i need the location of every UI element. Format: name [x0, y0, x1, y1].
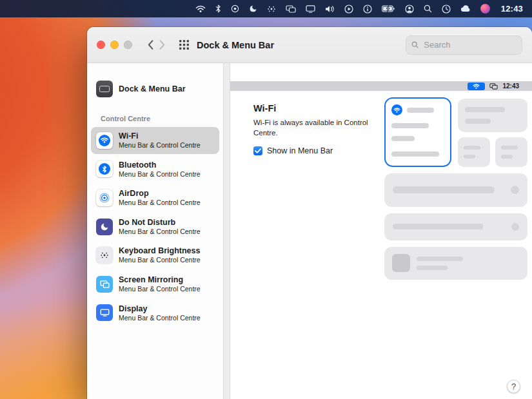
- sidebar-item-display[interactable]: Display Menu Bar & Control Centre: [91, 300, 219, 327]
- show-all-button[interactable]: [179, 40, 189, 50]
- preview-wifi-badge: [391, 104, 402, 115]
- system-preferences-window: Dock & Menu Bar Dock & Menu Bar Control …: [87, 27, 532, 399]
- menu-bar-preview: 12:43: [230, 81, 532, 91]
- clock-icon[interactable]: [442, 5, 451, 14]
- sidebar-item-label: Bluetooth: [119, 161, 201, 170]
- placeholder-bar: [417, 266, 448, 270]
- preview-clock: 12:43: [502, 83, 519, 90]
- search-icon: [411, 41, 419, 49]
- placeholder-bar: [391, 136, 415, 141]
- display-icon: [96, 304, 113, 321]
- placeholder-bar: [465, 107, 505, 112]
- placeholder-bar: [464, 155, 475, 159]
- placeholder-knob: [511, 223, 519, 231]
- placeholder-bar: [501, 155, 513, 159]
- sidebar: Dock & Menu Bar Control Centre Wi-Fi Men…: [87, 63, 223, 399]
- sidebar-item-screen-mirroring[interactable]: Screen Mirroring Menu Bar & Control Cent…: [91, 271, 219, 298]
- keyboard-brightness-icon[interactable]: [267, 6, 276, 12]
- sidebar-item-label: Display: [119, 304, 201, 314]
- search-input[interactable]: [422, 39, 517, 50]
- sidebar-item-label: Keyboard Brightness: [119, 246, 201, 256]
- placeholder-bar: [464, 146, 480, 150]
- placeholder-bar: [417, 257, 463, 261]
- detail-pane: 12:43 Wi-Fi Wi-Fi is always available in…: [230, 63, 532, 399]
- now-playing-icon[interactable]: [344, 5, 353, 14]
- check-icon: [255, 148, 261, 153]
- sidebar-divider: [223, 63, 230, 399]
- user-icon[interactable]: [405, 5, 414, 14]
- checkbox-label: Show in Menu Bar: [267, 146, 333, 155]
- preview-tile: [458, 99, 527, 132]
- pane-description: Wi-Fi is always available in Control Cen…: [253, 117, 371, 138]
- info-icon[interactable]: [363, 5, 372, 14]
- bluetooth-icon[interactable]: [215, 5, 221, 13]
- sidebar-item-label: Screen Mirroring: [119, 275, 201, 285]
- show-in-menu-bar-checkbox[interactable]: [253, 146, 262, 155]
- window-controls: [97, 41, 132, 49]
- keyboard-brightness-icon: [96, 247, 113, 264]
- placeholder-slider: [393, 186, 495, 193]
- placeholder-bar: [465, 119, 491, 124]
- airdrop-icon: [96, 190, 113, 206]
- minimize-button[interactable]: [110, 41, 119, 49]
- wifi-icon: [96, 132, 113, 149]
- window-toolbar: Dock & Menu Bar: [87, 27, 532, 63]
- do-not-disturb-icon[interactable]: [249, 5, 257, 13]
- battery-charging-icon[interactable]: [382, 5, 395, 12]
- sidebar-item-airdrop[interactable]: AirDrop Menu Bar & Control Centre: [91, 184, 219, 211]
- volume-icon[interactable]: [325, 5, 335, 13]
- close-button[interactable]: [97, 41, 105, 49]
- preview-wifi-tile: [384, 97, 451, 167]
- chevron-left-icon: [148, 40, 153, 50]
- search-icon[interactable]: [424, 5, 432, 13]
- wifi-icon[interactable]: [195, 5, 206, 13]
- sidebar-item-keyboard-brightness[interactable]: Keyboard Brightness Menu Bar & Control C…: [91, 242, 219, 269]
- placeholder-bar: [501, 146, 518, 150]
- display-icon[interactable]: [306, 5, 315, 13]
- control-centre-preview: [384, 97, 527, 280]
- sidebar-item-subtitle: Menu Bar & Control Centre: [119, 170, 201, 179]
- placeholder-artwork: [392, 254, 410, 272]
- placeholder-slider: [393, 224, 483, 229]
- preview-slider-tile: [384, 173, 527, 207]
- sidebar-item-label: AirDrop: [119, 189, 201, 199]
- menu-bar-clock[interactable]: 12:43: [501, 4, 523, 14]
- preview-slider-tile: [384, 213, 527, 240]
- sidebar-item-label: Do Not Disturb: [119, 218, 201, 228]
- sidebar-item-subtitle: Menu Bar & Control Centre: [119, 199, 201, 207]
- sidebar-item-subtitle: Menu Bar & Control Centre: [119, 228, 201, 236]
- preview-screen-mirroring-icon: [489, 83, 498, 90]
- zoom-button[interactable]: [124, 41, 132, 49]
- sidebar-item-do-not-disturb[interactable]: Do Not Disturb Menu Bar & Control Centre: [91, 213, 219, 240]
- airdrop-icon[interactable]: [231, 5, 239, 13]
- search-field[interactable]: [406, 35, 522, 55]
- chevron-right-icon: [159, 40, 165, 50]
- back-button[interactable]: [148, 40, 153, 50]
- siri-icon[interactable]: [480, 4, 490, 14]
- sidebar-item-wifi[interactable]: Wi-Fi Menu Bar & Control Centre: [91, 127, 219, 154]
- placeholder-bar: [391, 151, 439, 157]
- placeholder-bar: [391, 123, 429, 128]
- system-menu-bar: 12:43: [0, 0, 532, 17]
- grid-icon: [179, 40, 189, 50]
- screen-mirroring-icon: [96, 276, 113, 293]
- pane-heading: Wi-Fi: [253, 103, 276, 113]
- help-button[interactable]: ?: [507, 380, 520, 393]
- sidebar-section-title: Control Centre: [87, 102, 223, 125]
- sidebar-item-subtitle: Menu Bar & Control Centre: [119, 314, 201, 322]
- show-in-menu-bar-row: Show in Menu Bar: [253, 146, 333, 155]
- sidebar-item-bluetooth[interactable]: Bluetooth Menu Bar & Control Centre: [91, 156, 219, 183]
- placeholder-knob: [511, 186, 519, 194]
- forward-button[interactable]: [159, 40, 165, 50]
- sidebar-item-subtitle: Menu Bar & Control Centre: [119, 285, 201, 293]
- placeholder-bar: [407, 108, 434, 113]
- sidebar-item-label: Wi-Fi: [119, 131, 201, 141]
- window-title: Dock & Menu Bar: [197, 40, 274, 50]
- cloud-icon[interactable]: [460, 5, 471, 12]
- bluetooth-icon: [96, 161, 113, 177]
- sidebar-item-dock-menu-bar[interactable]: Dock & Menu Bar: [91, 76, 219, 102]
- preview-wifi-highlight: [468, 83, 485, 90]
- preview-media-tile: [384, 247, 527, 280]
- dock-menu-bar-icon: [96, 81, 113, 97]
- screen-mirroring-icon[interactable]: [286, 5, 296, 13]
